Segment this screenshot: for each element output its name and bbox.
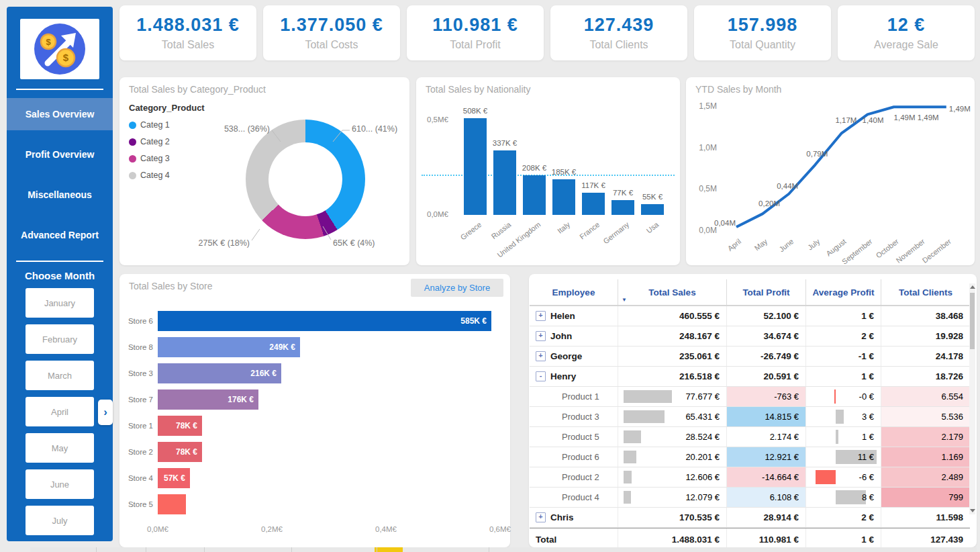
store-bar-store-4[interactable]: 57K € xyxy=(158,468,190,488)
name-cell-wrap: Product 3 xyxy=(530,407,618,426)
sidebar-item-sales-overview[interactable]: Sales Overview xyxy=(7,98,113,130)
cell-value: 460.555 € xyxy=(679,311,720,321)
active-tab-indicator xyxy=(375,547,403,552)
cell-value: 19.928 xyxy=(936,331,963,341)
nationality-bar-russia[interactable] xyxy=(493,150,516,215)
svg-text:0,79M: 0,79M xyxy=(806,150,828,158)
kpi-value: 1.377.050 € xyxy=(280,15,383,36)
scroll-down-icon[interactable] xyxy=(970,509,975,512)
cell-value: -1 € xyxy=(859,351,874,361)
col-header-average-profit[interactable]: Average Profit xyxy=(806,279,881,305)
cell-value: 12.606 € xyxy=(685,472,720,482)
average-profit-cell: 2 € xyxy=(806,508,881,527)
total-clients-cell: 19.928 xyxy=(881,326,970,346)
month-button-may[interactable]: May xyxy=(26,433,94,463)
name-cell-wrap: -Henry xyxy=(530,367,618,386)
store-bar-store-7[interactable]: 176K € xyxy=(158,389,258,410)
table-row: +Helen460.555 €52.100 €1 €38.468 xyxy=(530,306,970,326)
col-header-total-clients[interactable]: Total Clients xyxy=(881,279,970,305)
sidebar-item-miscellaneous[interactable]: Miscellaneous xyxy=(7,179,113,211)
page-tabs-strip[interactable] xyxy=(30,547,977,552)
month-button-march[interactable]: March xyxy=(26,361,94,390)
cell-value: 65.431 € xyxy=(685,412,720,422)
store-bar-store-5[interactable] xyxy=(158,494,186,514)
nationality-bar-italy[interactable] xyxy=(552,179,575,215)
cell-value: 2.174 € xyxy=(770,432,799,442)
cell-value: 1.488.031 € xyxy=(672,535,720,545)
product-name: Product 1 xyxy=(530,387,618,406)
legend-dot-icon xyxy=(129,155,136,163)
month-button-february[interactable]: February xyxy=(26,324,94,354)
sidebar-item-advanced-report[interactable]: Advanced Report xyxy=(7,219,113,251)
bar-value-label: 57K € xyxy=(164,473,185,483)
legend-item[interactable]: Categ 2 xyxy=(129,137,205,146)
legend-item[interactable]: Categ 4 xyxy=(129,171,205,180)
kpi-label: Total Costs xyxy=(305,39,358,51)
kpi-card: 1.377.050 €Total Costs xyxy=(263,5,400,60)
total-profit-cell: 34.674 € xyxy=(727,326,806,346)
line-chart[interactable]: 1,5M1,0M0,5M0,0M0,04M0,20M0,44M0,79M1,17… xyxy=(686,77,975,265)
employee-name: -Henry xyxy=(530,367,618,386)
sales-data-bar xyxy=(624,410,665,423)
cell-value: 1 € xyxy=(861,311,874,321)
nationality-bar-greece[interactable] xyxy=(464,118,487,215)
scroll-up-icon[interactable] xyxy=(970,285,975,289)
analyze-by-store-button[interactable]: Analyze by Store xyxy=(411,279,503,297)
bar-value-label: 249K € xyxy=(269,342,295,352)
month-button-june[interactable]: June xyxy=(26,469,94,499)
cell-value: 14.815 € xyxy=(765,412,799,422)
expand-icon[interactable]: + xyxy=(536,331,546,341)
col-header-total-sales[interactable]: ▼ Total Sales xyxy=(618,279,727,305)
x-axis-tick: 0,2M€ xyxy=(252,525,292,533)
expand-icon[interactable]: + xyxy=(536,512,546,522)
store-bar-store-2[interactable]: 78K € xyxy=(158,442,202,462)
row-name: John xyxy=(550,326,572,346)
cell-value: 6.108 € xyxy=(770,492,799,502)
store-bar-store-1[interactable]: 78K € xyxy=(158,416,202,436)
sidebar-item-profit-overview[interactable]: Profit Overview xyxy=(7,138,113,171)
legend-label: Categ 3 xyxy=(140,154,170,163)
expand-icon[interactable]: + xyxy=(536,311,546,321)
average-profit-cell: 1 € xyxy=(806,306,881,326)
cell-value: 216.518 € xyxy=(679,371,720,381)
cell-value: 20.591 € xyxy=(763,371,799,381)
kpi-card: 12 €Average Sale xyxy=(838,5,975,60)
legend-item[interactable]: Categ 3 xyxy=(129,154,205,163)
expand-chevron-button[interactable]: › xyxy=(98,400,113,425)
table-row: +John248.167 €34.674 €2 €19.928 xyxy=(530,326,970,347)
ytd-sales-card: YTD Sales by Month 1,5M1,0M0,5M0,0M0,04M… xyxy=(686,77,975,265)
store-bar-store-8[interactable]: 249K € xyxy=(158,337,300,357)
store-label: Store 7 xyxy=(121,396,153,404)
total-profit-cell: -26.749 € xyxy=(727,347,806,366)
x-axis-label: Usa xyxy=(607,220,660,264)
expand-icon[interactable]: + xyxy=(536,351,546,361)
donut-chart[interactable] xyxy=(246,120,365,239)
name-cell-wrap: Product 5 xyxy=(530,427,618,447)
month-button-january[interactable]: January xyxy=(26,288,94,318)
cell-value: 28.524 € xyxy=(685,432,720,442)
row-name: Helen xyxy=(550,306,575,326)
month-button-july[interactable]: July xyxy=(26,506,94,535)
col-header-employee[interactable]: Employee xyxy=(530,279,618,305)
total-clients-cell: 38.468 xyxy=(881,306,970,326)
svg-text:July: July xyxy=(806,237,822,252)
nationality-bar-usa[interactable] xyxy=(641,204,664,215)
nationality-bar-germany[interactable] xyxy=(611,200,634,215)
table-scrollbar[interactable] xyxy=(969,283,975,514)
month-button-april[interactable]: April xyxy=(26,397,94,426)
svg-text:June: June xyxy=(777,237,795,253)
col-header-total-profit[interactable]: Total Profit xyxy=(727,279,806,305)
store-bar-store-6[interactable]: 585K € xyxy=(158,311,491,331)
kpi-value: 110.981 € xyxy=(432,15,518,36)
sales-data-bar xyxy=(624,390,672,403)
cell-value: 24.178 xyxy=(936,351,963,361)
collapse-icon[interactable]: - xyxy=(536,371,546,381)
scrollbar-thumb[interactable] xyxy=(970,293,975,349)
nationality-bar-united-kingdom[interactable] xyxy=(523,175,546,215)
store-bar-store-3[interactable]: 216K € xyxy=(158,363,281,383)
total-clients-cell: 2.179 xyxy=(881,427,970,447)
store-label: Store 5 xyxy=(121,500,153,508)
total-profit-cell: -14.664 € xyxy=(727,467,806,487)
negative-data-bar xyxy=(834,389,836,404)
nationality-bar-france[interactable] xyxy=(582,193,605,215)
